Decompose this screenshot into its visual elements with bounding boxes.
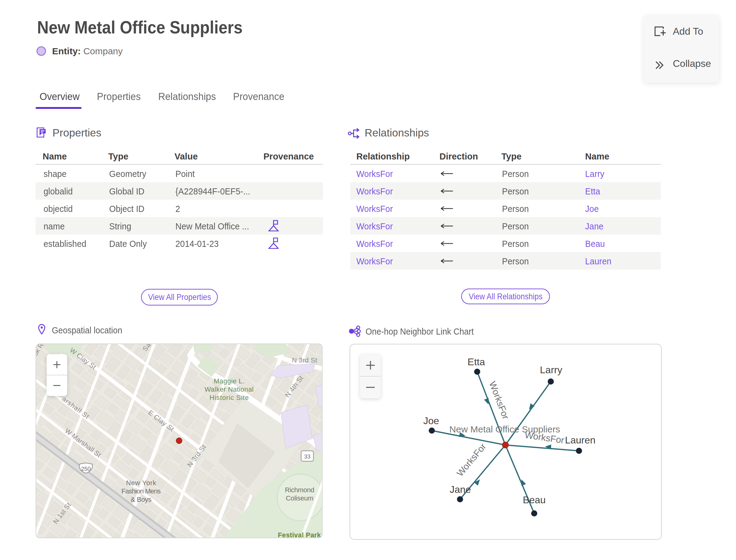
svg-text:Richmond: Richmond <box>285 486 314 494</box>
svg-text:N 3rd St: N 3rd St <box>292 356 317 364</box>
svg-text:Jane: Jane <box>450 484 471 495</box>
svg-text:Etta: Etta <box>468 356 485 367</box>
svg-text:33: 33 <box>304 453 310 460</box>
svg-text:Coliseum: Coliseum <box>286 494 313 502</box>
svg-text:Beau: Beau <box>523 494 546 505</box>
svg-text:Festival Park: Festival Park <box>278 531 321 538</box>
svg-text:Larry: Larry <box>540 364 562 375</box>
svg-text:Historic Site: Historic Site <box>209 394 249 401</box>
svg-text:Maggie L.: Maggie L. <box>214 377 244 385</box>
svg-text:Fashion Mens: Fashion Mens <box>121 487 161 495</box>
svg-text:Lauren: Lauren <box>565 435 596 446</box>
svg-text:250: 250 <box>81 466 91 472</box>
svg-text:Walker National: Walker National <box>205 385 254 393</box>
svg-text:Joe: Joe <box>423 415 439 426</box>
svg-text:New York: New York <box>126 479 156 487</box>
svg-text:& Boys: & Boys <box>131 496 151 503</box>
